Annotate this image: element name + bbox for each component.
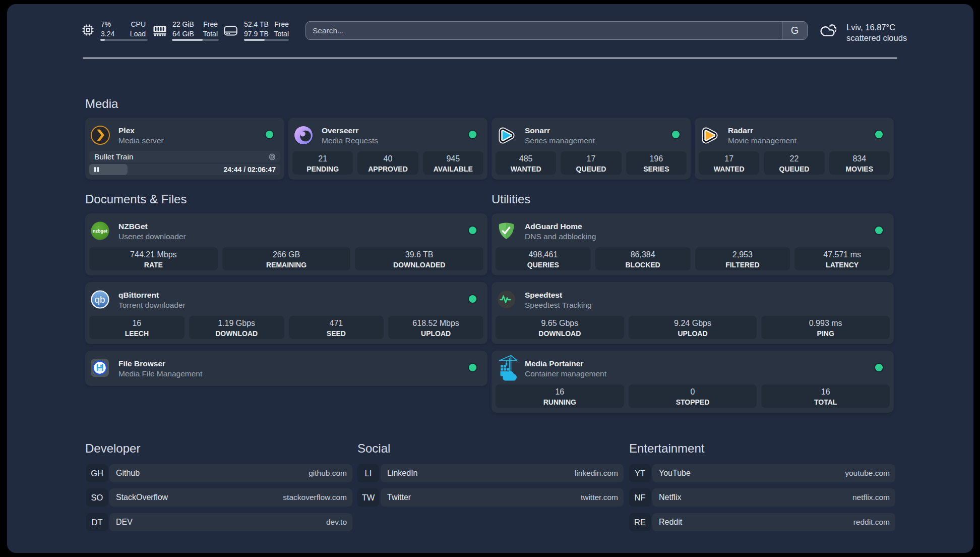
svg-text:qb: qb bbox=[94, 294, 105, 305]
svg-text:nzbget: nzbget bbox=[93, 229, 107, 234]
